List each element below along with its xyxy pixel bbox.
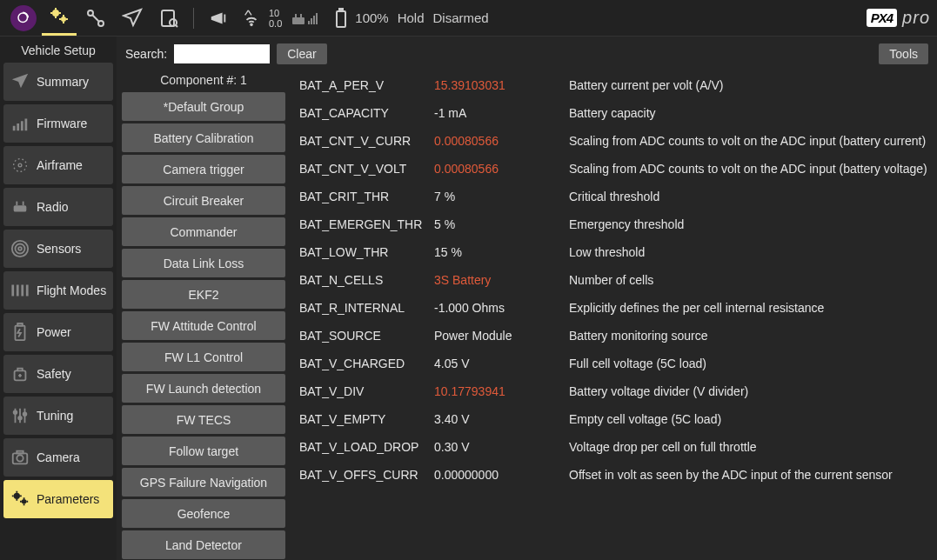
sidebar-item-camera[interactable]: Camera <box>3 438 113 477</box>
vehicle-setup-sidebar: Vehicle Setup SummaryFirmwareAirframeRad… <box>0 37 117 560</box>
battery-button[interactable] <box>329 1 353 36</box>
battery-icon <box>9 321 31 343</box>
sidebar-item-sensors[interactable]: Sensors <box>3 230 113 268</box>
download-icon <box>9 112 31 135</box>
param-row[interactable]: BAT_V_DIV10.17793941Battery voltage divi… <box>299 377 928 405</box>
param-name: BAT_EMERGEN_THR <box>299 217 434 231</box>
sidebar-item-label: Firmware <box>37 117 87 130</box>
sidebar-item-safety[interactable]: Safety <box>3 355 113 393</box>
param-value: 15.39103031 <box>434 78 569 92</box>
arm-state[interactable]: Disarmed <box>433 10 489 25</box>
sidebar-item-summary[interactable]: Summary <box>3 63 113 101</box>
param-group-button[interactable]: *Default Group <box>122 92 285 121</box>
sidebar-item-power[interactable]: Power <box>3 313 113 351</box>
param-group-button[interactable]: GPS Failure Navigation <box>122 468 285 497</box>
sidebar-item-firmware[interactable]: Firmware <box>3 104 113 143</box>
param-description: Empty cell voltage (5C load) <box>569 412 928 426</box>
param-row[interactable]: BAT_EMERGEN_THR5 %Emergency threshold <box>299 210 928 238</box>
brand-logo: PX4 pro <box>867 8 930 28</box>
param-row[interactable]: BAT_CAPACITY-1 mABattery capacity <box>299 99 928 127</box>
param-row[interactable]: BAT_CNT_V_VOLT0.00080566Scaling from ADC… <box>299 155 928 183</box>
param-name: BAT_V_LOAD_DROP <box>299 440 434 454</box>
param-row[interactable]: BAT_CNT_V_CURR0.00080566Scaling from ADC… <box>299 127 928 155</box>
param-row[interactable]: BAT_V_CHARGED4.05 VFull cell voltage (5C… <box>299 350 928 377</box>
param-row[interactable]: BAT_CRIT_THR7 %Critical threshold <box>299 183 928 210</box>
param-value: 15 % <box>434 245 569 259</box>
fly-button[interactable] <box>115 1 150 36</box>
param-group-button[interactable]: Camera trigger <box>122 155 285 183</box>
rc-button[interactable] <box>284 1 327 36</box>
param-value: 0.30 V <box>434 440 569 454</box>
svg-point-39 <box>22 499 27 504</box>
param-group-button[interactable]: FW L1 Control <box>122 343 285 371</box>
param-name: BAT_SOURCE <box>299 329 434 343</box>
param-name: BAT_CRIT_THR <box>299 190 434 203</box>
svg-point-34 <box>23 412 27 416</box>
sidebar-item-label: Radio <box>37 200 69 214</box>
flight-mode[interactable]: Hold <box>398 10 425 25</box>
svg-point-26 <box>18 247 22 250</box>
clear-button[interactable]: Clear <box>277 43 326 64</box>
svg-point-7 <box>251 23 252 25</box>
param-group-button[interactable]: FW Launch detection <box>122 374 285 403</box>
setup-button[interactable] <box>42 1 77 36</box>
main-toolbar: 10 0.0 100% Hold Disarmed PX4 pro <box>0 0 937 37</box>
param-group-button[interactable]: Follow target <box>122 437 285 465</box>
svg-rect-25 <box>23 202 24 206</box>
param-row[interactable]: BAT_V_LOAD_DROP0.30 VVoltage drop per ce… <box>299 433 928 461</box>
svg-point-22 <box>14 159 27 172</box>
svg-rect-12 <box>311 18 312 24</box>
param-row[interactable]: BAT_V_OFFS_CURR0.00000000Offset in volt … <box>299 461 928 489</box>
param-description: Scaling from ADC counts to volt on the A… <box>569 134 928 148</box>
plane-icon <box>9 70 31 93</box>
sidebar-item-airframe[interactable]: Airframe <box>3 146 113 184</box>
messages-button[interactable] <box>201 1 236 36</box>
param-group-button[interactable]: Geofence <box>122 499 285 528</box>
param-row[interactable]: BAT_A_PER_V15.39103031Battery current pe… <box>299 71 928 99</box>
param-row[interactable]: BAT_V_EMPTY3.40 VEmpty cell voltage (5C … <box>299 405 928 433</box>
airframe-icon <box>9 154 31 177</box>
sidebar-title: Vehicle Setup <box>3 40 113 63</box>
gps-stats: 10 0.0 <box>269 8 282 29</box>
app-logo-button[interactable] <box>10 5 37 31</box>
param-row[interactable]: BAT_SOURCEPower ModuleBattery monitoring… <box>299 322 928 350</box>
param-group-button[interactable]: FW Attitude Control <box>122 311 285 340</box>
param-description: Number of cells <box>569 273 928 287</box>
sidebar-item-label: Tuning <box>37 409 73 423</box>
svg-rect-20 <box>25 119 28 131</box>
sidebar-item-label: Camera <box>37 450 80 464</box>
waypoints-button[interactable] <box>78 1 113 36</box>
sidebar-item-parameters[interactable]: Parameters <box>3 480 113 518</box>
param-group-button[interactable]: Land Detector <box>122 530 285 559</box>
param-description: Battery voltage divider (V divider) <box>569 384 928 398</box>
param-value: 4.05 V <box>434 357 569 370</box>
search-input[interactable] <box>174 44 270 63</box>
sidebar-item-radio[interactable]: Radio <box>3 188 113 226</box>
svg-rect-37 <box>17 451 23 454</box>
param-name: BAT_N_CELLS <box>299 273 434 287</box>
sidebar-item-label: Power <box>37 325 71 339</box>
svg-point-33 <box>18 417 22 420</box>
gears-icon <box>9 488 31 510</box>
param-value: -1.000 Ohms <box>434 301 569 315</box>
param-group-button[interactable]: FW TECS <box>122 405 285 434</box>
param-row[interactable]: BAT_N_CELLS3S BatteryNumber of cells <box>299 266 928 294</box>
param-group-button[interactable]: Commander <box>122 217 285 246</box>
param-description: Battery monitoring source <box>569 329 928 343</box>
param-name: BAT_LOW_THR <box>299 245 434 259</box>
param-group-button[interactable]: Circuit Breaker <box>122 186 285 215</box>
param-group-button[interactable]: Battery Calibration <box>122 123 285 152</box>
param-value: 3S Battery <box>434 273 569 287</box>
svg-rect-11 <box>308 21 310 24</box>
sidebar-item-tuning[interactable]: Tuning <box>3 397 113 435</box>
param-name: BAT_CNT_V_VOLT <box>299 162 434 176</box>
analyze-button[interactable] <box>151 1 186 36</box>
param-row[interactable]: BAT_R_INTERNAL-1.000 OhmsExplicitly defi… <box>299 294 928 322</box>
sidebar-item-flight-modes[interactable]: Flight Modes <box>3 271 113 310</box>
param-row[interactable]: BAT_LOW_THR15 %Low threshold <box>299 238 928 266</box>
param-group-button[interactable]: EKF2 <box>122 280 285 309</box>
gps-button[interactable] <box>238 1 265 36</box>
tools-button[interactable]: Tools <box>879 43 928 64</box>
param-value: 5 % <box>434 217 569 231</box>
param-group-button[interactable]: Data Link Loss <box>122 249 285 277</box>
